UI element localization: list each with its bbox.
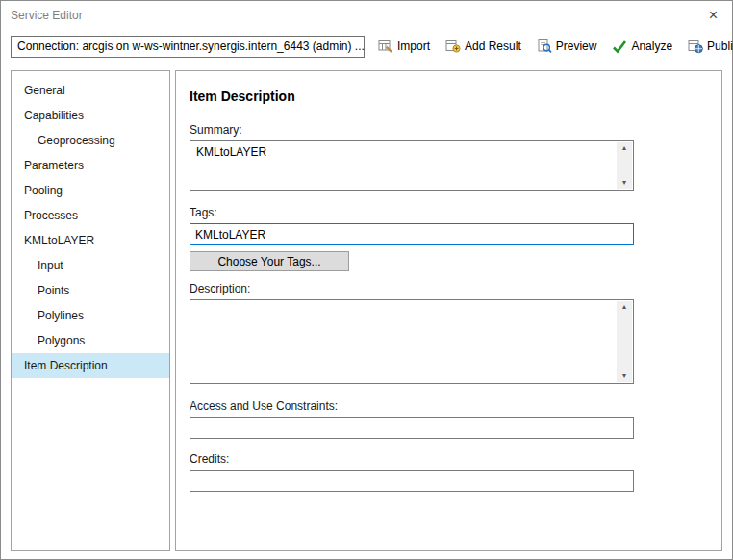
connection-dropdown[interactable]: Connection: arcgis on w-ws-wintner.syner… [11, 36, 365, 58]
sidebar-item-points[interactable]: Points [12, 278, 169, 303]
toolbar-button-label: Analyze [631, 39, 672, 53]
content-area: General Capabilities Geoprocessing Param… [1, 68, 732, 559]
sidebar-item-parameters[interactable]: Parameters [12, 153, 169, 178]
constraints-label: Access and Use Constraints: [190, 399, 708, 413]
scroll-up-icon[interactable]: ▴ [622, 144, 626, 152]
sidebar-item-item-description[interactable]: Item Description [12, 353, 169, 378]
toolbar-button-label: Add Result [465, 39, 521, 53]
page-title: Item Description [190, 89, 708, 104]
add-result-icon [445, 38, 461, 54]
item-description-panel: Item Description Summary: KMLtoLAYER ▴ ▾… [175, 70, 722, 551]
add-result-button[interactable]: Add Result [443, 37, 523, 56]
sidebar-item-geoprocessing[interactable]: Geoprocessing [12, 128, 169, 153]
import-icon [378, 38, 393, 54]
description-scrollbar[interactable]: ▴ ▾ [617, 301, 632, 382]
credits-label: Credits: [190, 452, 708, 466]
scroll-up-icon[interactable]: ▴ [622, 303, 626, 311]
summary-scrollbar[interactable]: ▴ ▾ [617, 142, 632, 189]
analyze-icon [612, 38, 627, 54]
toolbar: Connection: arcgis on w-ws-wintner.syner… [1, 30, 732, 68]
description-value [190, 300, 633, 308]
credits-input[interactable] [190, 470, 634, 492]
sidebar-item-capabilities[interactable]: Capabilities [12, 103, 169, 128]
toolbar-button-label: Preview [556, 39, 597, 53]
scroll-down-icon[interactable]: ▾ [622, 179, 626, 187]
sidebar-item-polygons[interactable]: Polygons [12, 328, 169, 353]
sidebar-item-pooling[interactable]: Pooling [12, 178, 169, 203]
description-label: Description: [190, 282, 708, 295]
import-button[interactable]: Import [376, 37, 432, 56]
title-bar: Service Editor × [1, 1, 732, 30]
choose-your-tags-button[interactable]: Choose Your Tags... [190, 251, 349, 271]
preview-icon [537, 38, 552, 54]
scroll-down-icon[interactable]: ▾ [622, 372, 626, 380]
summary-label: Summary: [190, 123, 708, 137]
tags-label: Tags: [190, 206, 708, 219]
sidebar-item-general[interactable]: General [12, 78, 169, 103]
sidebar-item-polylines[interactable]: Polylines [12, 303, 169, 328]
service-editor-dialog: Service Editor × Connection: arcgis on w… [0, 0, 733, 560]
window-title: Service Editor [11, 9, 83, 22]
toolbar-button-label: Import [397, 39, 430, 53]
description-textarea[interactable]: ▴ ▾ [190, 299, 634, 384]
close-icon[interactable]: × [704, 8, 722, 23]
preview-button[interactable]: Preview [535, 37, 599, 56]
sidebar-item-processes[interactable]: Processes [12, 203, 169, 228]
analyze-button[interactable]: Analyze [610, 37, 674, 56]
constraints-input[interactable] [190, 417, 634, 439]
summary-value: KMLtoLAYER [190, 141, 633, 163]
sidebar-item-input[interactable]: Input [12, 253, 169, 278]
sidebar: General Capabilities Geoprocessing Param… [11, 70, 170, 551]
publish-icon [688, 38, 703, 54]
connection-text: Connection: arcgis on w-ws-wintner.syner… [17, 39, 365, 53]
sidebar-item-kmltolayer[interactable]: KMLtoLAYER [12, 228, 169, 253]
summary-textarea[interactable]: KMLtoLAYER ▴ ▾ [190, 140, 634, 191]
tags-input[interactable] [190, 223, 634, 245]
publish-button[interactable]: Publish [686, 37, 733, 56]
toolbar-button-label: Publish [707, 39, 733, 53]
